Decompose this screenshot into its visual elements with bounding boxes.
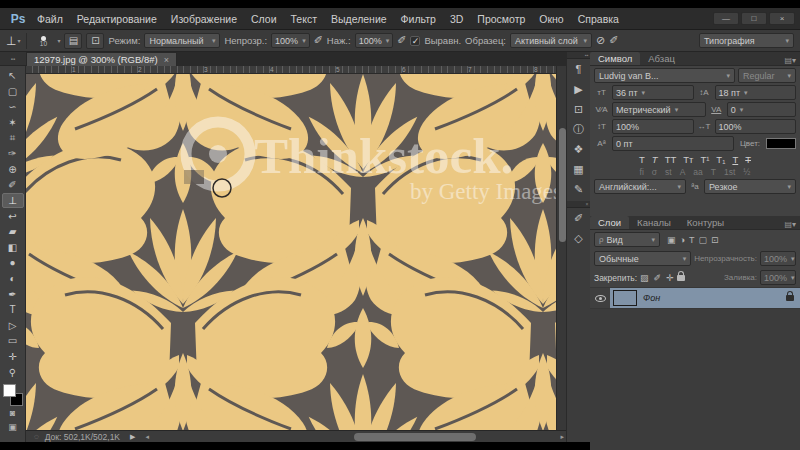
- layer-row-background[interactable]: Фон: [590, 287, 800, 309]
- layer-opacity-input[interactable]: 100%▾: [760, 251, 796, 266]
- rectangular-marquee-tool[interactable]: ▢: [2, 84, 24, 100]
- foreground-color-swatch[interactable]: [3, 384, 16, 397]
- layer-filter-select[interactable]: ρ Вид▾: [594, 232, 660, 247]
- styles-panel-icon[interactable]: ✎: [569, 179, 589, 199]
- aligned-checkbox[interactable]: ✓: [410, 36, 420, 46]
- 3d-panel-icon[interactable]: ◇: [569, 228, 589, 248]
- antialias-select[interactable]: Резкое▾: [704, 179, 796, 194]
- subscript-button[interactable]: T₁: [716, 154, 725, 165]
- fractions-button[interactable]: ½: [743, 167, 750, 177]
- text-color-swatch[interactable]: [766, 138, 796, 149]
- titling-alternates-button[interactable]: T: [711, 167, 716, 177]
- scroll-right-icon[interactable]: ▸: [560, 431, 564, 443]
- ligatures-button[interactable]: fi: [640, 167, 644, 177]
- flow-input[interactable]: 100%▾: [355, 33, 394, 48]
- gradient-tool[interactable]: ◧: [2, 240, 24, 256]
- pen-tool[interactable]: ✒: [2, 286, 24, 302]
- contextual-alternates-button[interactable]: σ: [652, 167, 657, 177]
- tab-layers[interactable]: Слои: [590, 216, 629, 229]
- font-size-input[interactable]: 36 пт▾: [612, 85, 694, 100]
- panel-menu-icon[interactable]: ▤▾: [784, 220, 800, 229]
- blur-tool[interactable]: ●: [2, 255, 24, 271]
- menu-item-3d[interactable]: 3D: [443, 8, 470, 30]
- status-menu-arrow-icon[interactable]: ▶: [130, 433, 135, 441]
- magic-wand-tool[interactable]: ✶: [2, 115, 24, 131]
- ignore-adjustment-layers-icon[interactable]: ⊘: [596, 34, 605, 47]
- menu-item-файл[interactable]: Файл: [30, 8, 70, 30]
- toggle-brush-panel-button[interactable]: ▤: [64, 33, 82, 49]
- filter-type-layers-icon[interactable]: T: [689, 235, 695, 245]
- canvas-image[interactable]: Thinkstock. by Getty Images: [26, 74, 556, 430]
- eraser-tool[interactable]: ▰: [2, 224, 24, 240]
- close-button[interactable]: ×: [769, 12, 795, 25]
- opacity-input[interactable]: 100%▾: [271, 33, 310, 48]
- superscript-button[interactable]: T¹: [700, 154, 709, 165]
- crop-tool[interactable]: ⌗: [2, 130, 24, 146]
- maximize-button[interactable]: □: [741, 12, 767, 25]
- tab-paths[interactable]: Контуры: [679, 216, 732, 229]
- zoom-tool[interactable]: ⚲: [2, 364, 24, 380]
- vertical-scrollbar[interactable]: [556, 66, 566, 430]
- pressure-size-icon[interactable]: ✐: [609, 34, 618, 47]
- type-tool[interactable]: T: [2, 302, 24, 318]
- all-caps-button[interactable]: TT: [665, 154, 677, 165]
- horizontal-scale-input[interactable]: 100%: [715, 119, 797, 134]
- horizontal-scrollbar[interactable]: ◂ ▸: [143, 431, 566, 442]
- panel-menu-icon[interactable]: ▤▾: [784, 56, 800, 65]
- menu-item-слои[interactable]: Слои: [244, 8, 284, 30]
- current-tool-badge[interactable]: ⊥ ▾: [6, 34, 20, 48]
- history-brush-tool[interactable]: ↩: [2, 208, 24, 224]
- lock-all-icon[interactable]: [677, 275, 685, 281]
- filter-adjustment-layers-icon[interactable]: ◑: [680, 235, 685, 245]
- paragraph-styles-panel-icon[interactable]: ¶: [569, 59, 589, 79]
- menu-item-справка[interactable]: Справка: [571, 8, 626, 30]
- kerning-input[interactable]: Метрический▾: [612, 102, 706, 117]
- faux-bold-button[interactable]: T: [639, 154, 645, 165]
- brush-tool[interactable]: ✐: [2, 177, 24, 193]
- scroll-left-icon[interactable]: ◂: [145, 431, 149, 443]
- menu-item-изображение[interactable]: Изображение: [164, 8, 244, 30]
- lock-position-icon[interactable]: ✛: [666, 273, 674, 283]
- quick-mask-button[interactable]: ◙: [2, 406, 24, 420]
- color-panel-icon[interactable]: ▦: [569, 159, 589, 179]
- swash-button[interactable]: A: [680, 167, 686, 177]
- path-selection-tool[interactable]: ▷: [2, 318, 24, 334]
- toggle-clone-source-panel-button[interactable]: ⊡: [86, 33, 104, 49]
- font-style-select[interactable]: Regular▾: [738, 68, 796, 83]
- brush-presets-panel-icon[interactable]: ✐: [569, 208, 589, 228]
- workspace-switcher[interactable]: Типография▾: [699, 33, 794, 48]
- leading-input[interactable]: 18 пт▾: [715, 85, 797, 100]
- lock-image-pixels-icon[interactable]: ✐: [654, 273, 662, 283]
- vertical-scale-input[interactable]: 100%: [612, 119, 694, 134]
- strikethrough-button[interactable]: T: [745, 154, 751, 165]
- stylistic-alternates-button[interactable]: aa: [693, 167, 702, 177]
- layer-comps-panel-icon[interactable]: ⊡: [569, 99, 589, 119]
- tab-character[interactable]: Символ: [590, 52, 640, 65]
- blend-mode-select[interactable]: Нормальный▾: [144, 33, 220, 48]
- tab-paragraph[interactable]: Абзац: [640, 52, 683, 65]
- vertical-scrollbar-thumb[interactable]: [559, 128, 566, 242]
- swatches-panel-icon[interactable]: ❖: [569, 139, 589, 159]
- menu-item-выделение[interactable]: Выделение: [324, 8, 394, 30]
- toolbar-dock-header[interactable]: ▪▪: [0, 52, 26, 66]
- healing-brush-tool[interactable]: ⊕: [2, 162, 24, 178]
- tracking-input[interactable]: 0▾: [727, 102, 796, 117]
- filter-smart-objects-icon[interactable]: ⊡: [711, 235, 719, 245]
- small-caps-button[interactable]: Tᴛ: [683, 154, 693, 165]
- menu-item-текст[interactable]: Текст: [284, 8, 324, 30]
- canvas-viewport[interactable]: Thinkstock. by Getty Images: [26, 74, 556, 430]
- screen-mode-button[interactable]: ▣: [2, 420, 24, 434]
- filter-shape-layers-icon[interactable]: ▢: [698, 235, 707, 245]
- airbrush-opacity-icon[interactable]: ✐: [314, 34, 323, 47]
- actions-panel-icon[interactable]: ▶: [569, 79, 589, 99]
- underline-button[interactable]: T: [732, 154, 738, 165]
- tab-channels[interactable]: Каналы: [629, 216, 679, 229]
- ordinals-button[interactable]: 1st: [724, 167, 735, 177]
- color-swatches[interactable]: [3, 384, 23, 406]
- filter-pixel-layers-icon[interactable]: ▣: [667, 235, 676, 245]
- lasso-tool[interactable]: ∽: [2, 99, 24, 115]
- document-tab[interactable]: 12979.jpg @ 300% (RGB/8#) ×: [26, 52, 177, 66]
- airbrush-flow-icon[interactable]: ✐: [397, 34, 406, 47]
- discretionary-ligatures-button[interactable]: st: [665, 167, 672, 177]
- lock-transparent-pixels-icon[interactable]: ▨: [640, 273, 649, 283]
